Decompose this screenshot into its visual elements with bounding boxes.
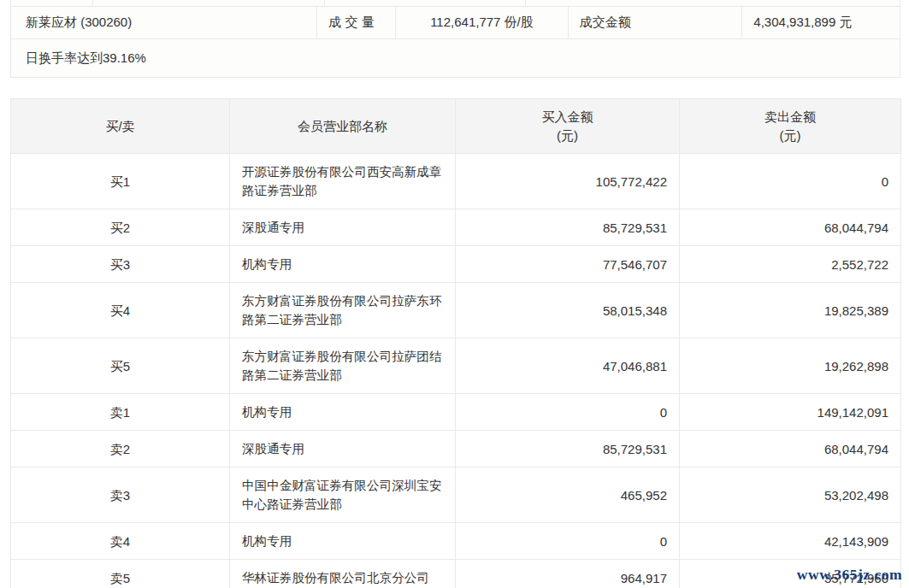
buy-amount-cell: 58,015,348 — [456, 283, 680, 338]
fragment-divider — [324, 0, 325, 6]
table-header-row: 买/卖 会员营业部名称 买入金额 (元) 卖出金额 (元) — [11, 99, 901, 154]
rank-cell: 卖2 — [11, 431, 230, 467]
buy-amount-cell: 105,772,422 — [456, 154, 680, 209]
table-row: 买5东方财富证券股份有限公司拉萨团结路第二证券营业部47,046,88119,2… — [11, 338, 901, 394]
rank-cell: 卖3 — [11, 467, 230, 523]
branch-cell: 机构专用 — [230, 523, 456, 560]
col-header-branch: 会员营业部名称 — [230, 99, 456, 154]
table-row: 卖3中国中金财富证券有限公司深圳宝安中心路证券营业部465,95253,202,… — [11, 467, 901, 523]
branch-cell: 东方财富证券股份有限公司拉萨东环路第二证券营业部 — [230, 283, 456, 338]
col-header-sell-unit: (元) — [680, 126, 900, 145]
sell-amount-cell: 53,202,498 — [680, 467, 901, 523]
col-header-buy-unit: (元) — [456, 126, 679, 145]
table-row: 买3机构专用77,546,7072,552,722 — [11, 246, 901, 283]
branch-cell: 深股通专用 — [230, 431, 456, 467]
turnover-note: 日换手率达到39.16% — [11, 39, 900, 78]
table-fragment-above — [11, 0, 900, 7]
col-header-sell-label: 卖出金额 — [680, 108, 900, 126]
col-header-sell: 卖出金额 (元) — [680, 99, 901, 154]
col-header-buy: 买入金额 (元) — [456, 99, 680, 154]
broker-table: 买/卖 会员营业部名称 买入金额 (元) 卖出金额 (元) 买1开源证券股份有限… — [10, 98, 901, 588]
table-row: 卖2深股通专用85,729,53168,044,794 — [11, 431, 901, 467]
buy-amount-cell: 0 — [456, 394, 680, 431]
buy-amount-cell: 465,952 — [456, 467, 680, 523]
col-header-buy-label: 买入金额 — [456, 108, 679, 126]
sell-amount-cell: 19,262,898 — [680, 338, 901, 394]
sell-amount-cell: 42,143,909 — [680, 523, 901, 560]
table-row: 卖4机构专用042,143,909 — [11, 523, 901, 560]
table-row: 买2深股通专用85,729,53168,044,794 — [11, 209, 901, 246]
sell-amount-cell: 2,552,722 — [680, 246, 901, 283]
sell-amount-cell: 149,142,091 — [680, 394, 901, 431]
rank-cell: 买1 — [11, 154, 230, 209]
branch-cell: 华林证券股份有限公司北京分公司 — [230, 560, 456, 588]
sell-amount-cell: 68,044,794 — [680, 431, 901, 467]
rank-cell: 买2 — [11, 209, 230, 246]
table-row: 卖1机构专用0149,142,091 — [11, 394, 901, 431]
summary-block: 新莱应材 (300260) 成 交 量 112,641,777 份/股 成交金额… — [10, 0, 900, 78]
volume-value: 112,641,777 份/股 — [395, 7, 568, 38]
sell-amount-cell: 19,825,389 — [680, 283, 901, 338]
fragment-divider — [525, 0, 526, 6]
branch-cell: 深股通专用 — [230, 209, 456, 246]
rank-cell: 卖1 — [11, 394, 230, 431]
sell-amount-cell: 0 — [680, 154, 901, 209]
table-row: 卖5华林证券股份有限公司北京分公司964,91735,772,960 — [11, 560, 901, 588]
col-header-side: 买/卖 — [11, 99, 230, 154]
buy-amount-cell: 77,546,707 — [456, 246, 680, 283]
branch-cell: 开源证券股份有限公司西安高新成章路证券营业部 — [230, 154, 456, 209]
buy-amount-cell: 85,729,531 — [456, 209, 680, 246]
rank-cell: 卖4 — [11, 523, 230, 560]
sell-amount-cell: 68,044,794 — [680, 209, 901, 246]
site-watermark: www.365jz.com — [797, 566, 902, 584]
rank-cell: 卖5 — [11, 560, 230, 588]
buy-amount-cell: 0 — [456, 523, 680, 560]
branch-cell: 机构专用 — [230, 394, 456, 431]
rank-cell: 买3 — [11, 246, 230, 283]
amount-value: 4,304,931,899 元 — [741, 7, 900, 38]
fragment-divider — [92, 0, 93, 6]
amount-label: 成交金额 — [568, 7, 742, 38]
branch-cell: 东方财富证券股份有限公司拉萨团结路第二证券营业部 — [230, 338, 456, 394]
buy-amount-cell: 47,046,881 — [456, 338, 680, 394]
page-content: 新莱应材 (300260) 成 交 量 112,641,777 份/股 成交金额… — [10, 0, 900, 588]
table-row: 买1开源证券股份有限公司西安高新成章路证券营业部105,772,4220 — [11, 154, 901, 209]
stock-summary-row: 新莱应材 (300260) 成 交 量 112,641,777 份/股 成交金额… — [11, 7, 900, 39]
buy-amount-cell: 964,917 — [456, 560, 680, 588]
rank-cell: 买4 — [11, 283, 230, 338]
spacer — [10, 78, 900, 98]
table-row: 买4东方财富证券股份有限公司拉萨东环路第二证券营业部58,015,34819,8… — [11, 283, 901, 338]
stock-name: 新莱应材 (300260) — [11, 7, 316, 38]
volume-label: 成 交 量 — [316, 7, 395, 38]
rank-cell: 买5 — [11, 338, 230, 394]
buy-amount-cell: 85,729,531 — [456, 431, 680, 467]
branch-cell: 中国中金财富证券有限公司深圳宝安中心路证券营业部 — [230, 467, 456, 523]
branch-cell: 机构专用 — [230, 246, 456, 283]
